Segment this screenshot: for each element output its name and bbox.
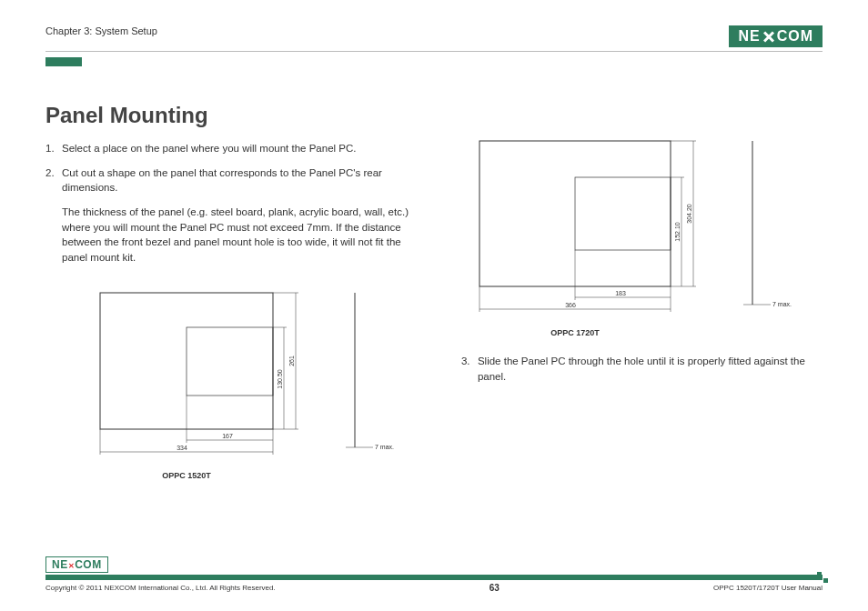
- dim-h-outer: 304.20: [686, 204, 692, 224]
- copyright-text: Copyright © 2011 NEXCOM International Co…: [45, 584, 276, 592]
- step-3: 3. Slide the Panel PC through the hole u…: [461, 354, 823, 384]
- svg-rect-15: [575, 177, 671, 250]
- dim-w-inner: 167: [222, 433, 233, 439]
- dimension-drawing-icon: 334 167 261 130.50 7 max.: [82, 284, 409, 466]
- brand-logo: NE COM: [729, 25, 823, 47]
- page-number: 63: [490, 583, 500, 593]
- content-columns: 1. Select a place on the panel where you…: [45, 141, 823, 480]
- left-column: 1. Select a place on the panel where you…: [45, 141, 425, 480]
- model-label: OPPC 1720T: [461, 328, 689, 337]
- logo-x-icon: [761, 28, 777, 45]
- dim-w-inner: 183: [615, 290, 626, 296]
- step-1: 1. Select a place on the panel where you…: [45, 141, 425, 156]
- step-2: 2. Cut out a shape on the panel that cor…: [45, 165, 425, 195]
- header-divider: [45, 51, 823, 52]
- footer-logo: NE✕COM: [45, 556, 108, 573]
- dim-thickness: 7 max.: [772, 301, 792, 307]
- dim-h-inner: 130.50: [277, 369, 283, 389]
- page-footer: NE✕COM Copyright © 2011 NEXCOM Internati…: [45, 556, 823, 593]
- page-header: Chapter 3: System Setup NE COM: [45, 25, 823, 47]
- dim-thickness: 7 max.: [375, 444, 394, 450]
- dim-w-outer: 366: [565, 302, 576, 308]
- model-label: OPPC 1520T: [82, 471, 291, 480]
- diagram-1720t: 366 183 304.20 152.10 7 max. OPPC 1720T: [461, 132, 823, 337]
- dim-h-inner: 152.10: [674, 222, 681, 242]
- footer-row: Copyright © 2011 NEXCOM International Co…: [45, 583, 823, 593]
- step-number: 3.: [461, 354, 478, 384]
- step-number: 2.: [45, 165, 62, 195]
- footer-divider: [45, 575, 823, 580]
- step-text: Cut out a shape on the panel that corres…: [62, 165, 425, 195]
- step-number: 1.: [45, 141, 62, 156]
- page-title: Panel Mounting: [45, 103, 823, 128]
- dim-h-outer: 261: [288, 356, 295, 366]
- manual-title: OPPC 1520T/1720T User Manual: [713, 584, 823, 592]
- diagram-1520t: 334 167 261 130.50 7 max. OPPC 1520T: [82, 284, 425, 480]
- logo-text-left: NE: [738, 28, 760, 45]
- dim-w-outer: 334: [177, 445, 187, 451]
- svg-rect-1: [187, 327, 273, 396]
- logo-text-right: COM: [777, 28, 813, 45]
- accent-bar: [45, 57, 82, 66]
- step-2-note: The thickness of the panel (e.g. steel b…: [62, 205, 425, 265]
- step-text: Select a place on the panel where you wi…: [62, 141, 425, 156]
- step-text: Slide the Panel PC through the hole unti…: [478, 354, 823, 384]
- chapter-title: Chapter 3: System Setup: [45, 25, 157, 36]
- dimension-drawing-icon: 366 183 304.20 152.10 7 max.: [461, 132, 807, 323]
- right-column: 366 183 304.20 152.10 7 max. OPPC 1720T …: [461, 141, 823, 480]
